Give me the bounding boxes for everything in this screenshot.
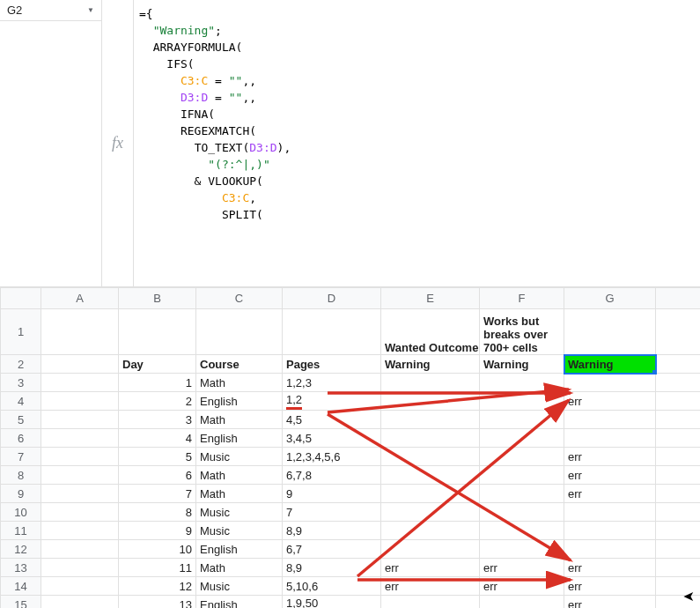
- cell[interactable]: Math: [196, 485, 283, 503]
- col-header[interactable]: A: [41, 288, 119, 309]
- cell[interactable]: 5: [119, 448, 196, 466]
- cell[interactable]: [381, 522, 480, 540]
- cell[interactable]: [564, 540, 656, 559]
- cell[interactable]: 3,4,5: [283, 429, 381, 448]
- cell[interactable]: [656, 374, 701, 392]
- cell[interactable]: Warning: [564, 355, 656, 374]
- cell[interactable]: err: [564, 577, 656, 596]
- cell[interactable]: 3: [119, 411, 196, 429]
- cell[interactable]: [656, 503, 701, 522]
- spreadsheet-grid[interactable]: A B C D E F G 1Wanted OutcomeWorks but b…: [0, 287, 700, 608]
- row-header[interactable]: 6: [1, 429, 41, 448]
- cell[interactable]: [283, 309, 381, 355]
- row-header[interactable]: 4: [1, 392, 41, 411]
- cell[interactable]: English: [196, 540, 283, 559]
- cell[interactable]: English: [196, 392, 283, 411]
- cell[interactable]: [41, 466, 119, 485]
- cell[interactable]: Music: [196, 522, 283, 540]
- row-header[interactable]: 8: [1, 466, 41, 485]
- cell[interactable]: [480, 374, 564, 392]
- cell[interactable]: Music: [196, 448, 283, 466]
- cell[interactable]: [480, 392, 564, 411]
- cell[interactable]: [41, 355, 119, 374]
- cell[interactable]: err: [564, 559, 656, 577]
- cell[interactable]: err: [480, 577, 564, 596]
- cell[interactable]: English: [196, 596, 283, 609]
- formula-bar[interactable]: ={ "Warning"; ARRAYFORMULA( IFS( C3:C = …: [134, 0, 700, 286]
- cell[interactable]: [656, 355, 701, 374]
- cell[interactable]: [656, 309, 701, 355]
- cell[interactable]: err: [480, 559, 564, 577]
- row-header[interactable]: 5: [1, 411, 41, 429]
- row-header[interactable]: 1: [1, 309, 41, 355]
- cell[interactable]: Music: [196, 503, 283, 522]
- cell[interactable]: Course: [196, 355, 283, 374]
- cell[interactable]: [564, 503, 656, 522]
- cell[interactable]: 10: [119, 540, 196, 559]
- cell[interactable]: Day: [119, 355, 196, 374]
- cell[interactable]: [656, 522, 701, 540]
- cell[interactable]: [564, 309, 656, 355]
- cell[interactable]: [41, 522, 119, 540]
- cell[interactable]: 9: [283, 485, 381, 503]
- cell[interactable]: [41, 559, 119, 577]
- cell[interactable]: err: [381, 577, 480, 596]
- cell[interactable]: err: [564, 485, 656, 503]
- row-header[interactable]: 2: [1, 355, 41, 374]
- row-header[interactable]: 3: [1, 374, 41, 392]
- cell[interactable]: [656, 411, 701, 429]
- cell[interactable]: [381, 429, 480, 448]
- cell[interactable]: [41, 485, 119, 503]
- cell[interactable]: [41, 503, 119, 522]
- col-header[interactable]: D: [283, 288, 381, 309]
- cell[interactable]: [564, 522, 656, 540]
- cell[interactable]: 2: [119, 392, 196, 411]
- cell[interactable]: [41, 309, 119, 355]
- cell[interactable]: [480, 522, 564, 540]
- cell[interactable]: 1,2,3,4,5,6: [283, 448, 381, 466]
- cell[interactable]: [656, 559, 701, 577]
- cell[interactable]: [480, 540, 564, 559]
- cell[interactable]: [119, 309, 196, 355]
- cell[interactable]: [656, 540, 701, 559]
- col-header[interactable]: B: [119, 288, 196, 309]
- cell[interactable]: Math: [196, 411, 283, 429]
- cell[interactable]: 6: [119, 466, 196, 485]
- cell[interactable]: [381, 374, 480, 392]
- cell[interactable]: [381, 503, 480, 522]
- cell[interactable]: err: [381, 559, 480, 577]
- cell[interactable]: Wanted Outcome: [381, 309, 480, 355]
- cell[interactable]: [196, 309, 283, 355]
- cell[interactable]: 8,9: [283, 522, 381, 540]
- cell[interactable]: err: [564, 392, 656, 411]
- cell[interactable]: Music: [196, 577, 283, 596]
- cell[interactable]: 6,7: [283, 540, 381, 559]
- cell[interactable]: 1,2: [283, 392, 381, 411]
- row-header[interactable]: 13: [1, 559, 41, 577]
- cell[interactable]: [656, 466, 701, 485]
- cell[interactable]: [564, 374, 656, 392]
- col-header[interactable]: C: [196, 288, 283, 309]
- cell[interactable]: 1,2,3: [283, 374, 381, 392]
- cell[interactable]: [41, 392, 119, 411]
- cell[interactable]: err: [564, 448, 656, 466]
- cell[interactable]: Math: [196, 466, 283, 485]
- row-header[interactable]: 15: [1, 596, 41, 609]
- select-all-corner[interactable]: [1, 288, 41, 309]
- cell[interactable]: [41, 540, 119, 559]
- cell[interactable]: [381, 540, 480, 559]
- row-header[interactable]: 10: [1, 503, 41, 522]
- cell[interactable]: [656, 392, 701, 411]
- cell[interactable]: [480, 485, 564, 503]
- cell[interactable]: [41, 448, 119, 466]
- cell[interactable]: 4,5: [283, 411, 381, 429]
- cell[interactable]: 5,10,6: [283, 577, 381, 596]
- cell[interactable]: 4: [119, 429, 196, 448]
- cell[interactable]: 1: [119, 374, 196, 392]
- cell[interactable]: [381, 448, 480, 466]
- cell[interactable]: [41, 577, 119, 596]
- cell[interactable]: [480, 466, 564, 485]
- cell[interactable]: English: [196, 429, 283, 448]
- cell[interactable]: 9: [119, 522, 196, 540]
- row-header[interactable]: 12: [1, 540, 41, 559]
